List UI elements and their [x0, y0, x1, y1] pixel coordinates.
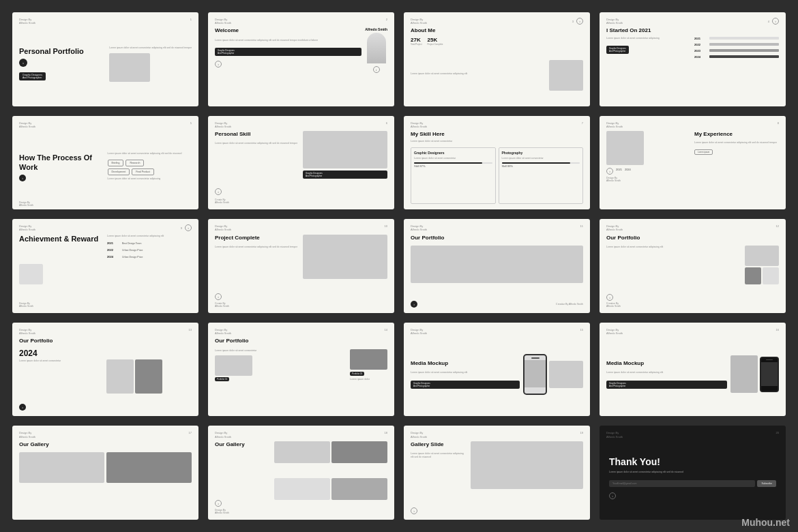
arrow-button[interactable]: ›	[411, 507, 417, 514]
slide-title: Our Gallery	[215, 441, 271, 448]
slide-number: 17	[189, 431, 192, 434]
slide-number: 13	[189, 328, 192, 331]
slide-meta: Design ByAlfredo Smith	[411, 431, 427, 438]
body-text: Lorem ipsum dolor sit amet consectetur a…	[411, 72, 546, 76]
credit: Design ByAlfredo Smith	[19, 302, 104, 308]
gallery-image-4	[331, 478, 387, 500]
arrow-button[interactable]: ›	[215, 500, 222, 507]
body-text: Lorem ipsum dolor sit amet consectetur a…	[109, 46, 192, 50]
slide-number: 2	[386, 18, 387, 21]
arrow-button[interactable]: ›	[606, 168, 613, 175]
arrow-button[interactable]: ›	[19, 404, 26, 411]
slide-title: Our Gallery	[19, 441, 192, 448]
stat-number-1: 27K	[411, 37, 422, 43]
year: 2021	[694, 37, 707, 40]
arrow-button[interactable]: ›	[215, 61, 222, 68]
portfolio-image-2	[135, 359, 162, 394]
slide-title: Our Portfolio	[411, 235, 583, 241]
watermark: Muhou.net	[741, 517, 790, 528]
skill-image	[303, 131, 387, 168]
slide-personal-skill: Design ByAlfredo Smith 6 Personal Skill …	[208, 116, 394, 210]
slide-media-mockup-2: Design ByAlfredo Smith 16 Media Mockup L…	[600, 323, 786, 417]
timeline-bar	[709, 55, 779, 58]
slide-title: Media Mockup	[606, 360, 727, 367]
gallery-main-image	[471, 441, 583, 489]
credit: Create ByAlfredo Smith	[215, 302, 299, 308]
timeline-item-1: 2021	[694, 37, 779, 40]
slide-meta: Design ByAlfredo Smith	[606, 431, 623, 438]
slide-meta: Design ByAlfredo Smith	[19, 431, 35, 438]
skill-title: Photography	[502, 151, 580, 155]
slide-number: 20	[776, 431, 779, 434]
tag: Graphic DesignersAnd Photographer	[606, 46, 629, 54]
subscribe-button[interactable]: Subscribe	[757, 480, 776, 487]
slide-title: Personal Portfolio	[19, 47, 105, 57]
slide-meta: Design ByAlfredo Smith	[215, 224, 231, 231]
year: 2022	[107, 248, 119, 252]
body-text: Lorem ipsum dolor sit amet consectetur	[215, 349, 348, 353]
slide-meta: Design ByAlfredo Smith	[215, 121, 231, 128]
body-text: Lorem ipsum dolor sit amet consectetur a…	[606, 37, 691, 40]
person-name: Alfredo Smith	[365, 27, 387, 31]
credit: Create ByAlfredo Smith	[215, 198, 299, 204]
award: Urban Design Prize	[122, 256, 143, 258]
slide-title: I Started On 2021	[606, 27, 779, 34]
arrow-button[interactable]: ›	[576, 18, 583, 25]
arrow-button[interactable]: ›	[19, 175, 26, 181]
skill-percent: Skill 88%	[502, 164, 580, 168]
slide-process: Design ByAlfredo Smith 5 How The Process…	[12, 116, 198, 210]
timeline-item-1: 2021 Best Design Team	[107, 241, 192, 245]
slide-title: Welcome	[215, 27, 361, 34]
year: 2024	[107, 255, 119, 258]
slide-number: 15	[580, 328, 583, 331]
award: Urban Design Prize	[122, 249, 143, 252]
phone-notch	[531, 357, 540, 359]
tag-final: Final Product	[132, 168, 154, 175]
arrow-button[interactable]: ›	[19, 59, 27, 67]
body-text: Lorem ipsum dolor sit amet consectetur	[411, 140, 583, 143]
body-text: Lorem ipsum dolor sit amet consectetur a…	[215, 142, 299, 145]
arrow-button[interactable]: ›	[609, 492, 616, 499]
arrow-button-2[interactable]: ›	[373, 66, 380, 73]
skill-desc: Lorem ipsum dolor sit amet consectetur	[414, 157, 492, 160]
body-text: Lorem ipsum dolor sit amet consectetur a…	[606, 371, 727, 374]
slide-number: 16	[776, 328, 779, 331]
slide-number: 14	[385, 328, 387, 331]
arrow-button[interactable]: ‹	[215, 188, 222, 195]
arrow-button[interactable]: ‹	[215, 293, 222, 300]
slide-title: How The Process Of Work	[19, 153, 104, 173]
slide-meta: Design ByAlfredo Smith	[606, 121, 623, 128]
phone-mockup	[523, 354, 547, 395]
arrow-button[interactable]: ›	[185, 224, 192, 231]
portfolio-label-1: Portfolio 01	[215, 377, 229, 381]
stat-number-2: 25K	[428, 37, 443, 43]
slide-number: 9	[181, 226, 182, 230]
about-image	[549, 60, 583, 91]
skill-title: Graphic Designers	[414, 151, 492, 155]
slide-title: Our Portfolio	[606, 235, 779, 241]
body-text: Lorem ipsum dolor sit amet consectetur a…	[215, 39, 361, 42]
arrow-button[interactable]: ›	[411, 301, 417, 308]
email-input[interactable]	[609, 480, 755, 487]
progress-bg	[414, 162, 492, 164]
slide-meta: Design ByAlfredo Smith	[606, 18, 623, 25]
slide-meta: Design ByAlfredo Smith	[215, 18, 231, 25]
year: 2023	[694, 49, 707, 53]
award: Best Design Team	[122, 242, 141, 245]
tag-research: Research	[125, 160, 144, 166]
slide-meta: Design ByAlfredo Smith	[606, 328, 623, 335]
slide-number: 3	[572, 20, 574, 23]
credit: Creative ByAlfredo Smith	[606, 302, 743, 308]
arrow-button[interactable]: ›	[606, 294, 613, 301]
thank-you-title: Thank You!	[609, 456, 776, 467]
arrow-button[interactable]: ›	[772, 18, 779, 25]
skill-percent: Skill 87%	[414, 164, 492, 168]
gallery-image-2	[331, 441, 387, 463]
skill-desc: Lorem ipsum dolor sit amet consectetur	[502, 157, 580, 160]
tag-briefing: Briefing	[108, 160, 124, 166]
year: 2021	[107, 241, 119, 245]
body-text-2: Lorem ipsum dolor	[350, 378, 387, 381]
tag: Graphic DesignersAnd Photographer	[215, 48, 361, 56]
portfolio-image	[109, 53, 150, 82]
slide-media-mockup-1: Design ByAlfredo Smith 15 Media Mockup L…	[404, 323, 590, 417]
